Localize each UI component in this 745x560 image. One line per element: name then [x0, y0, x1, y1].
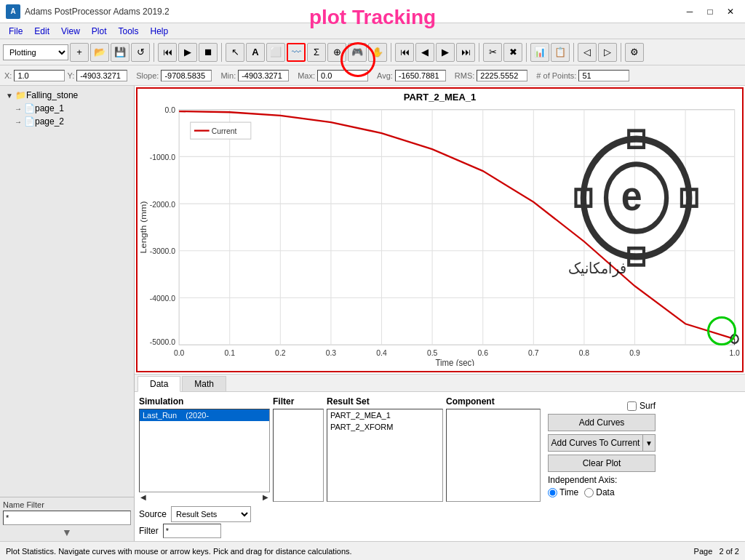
delete-button[interactable]: ✖	[503, 43, 522, 62]
svg-text:فرامکانیک: فرامکانیک	[568, 260, 626, 277]
svg-text:0.2: 0.2	[275, 348, 285, 358]
save-button[interactable]: 💾	[111, 43, 130, 62]
separator-4	[479, 43, 479, 62]
mode-select[interactable]: Plotting	[3, 44, 68, 60]
main-layout: ▼ 📁 Falling_stone → 📄 page_1 → 📄 page_2 …	[0, 86, 745, 541]
surf-checkbox[interactable]	[627, 401, 637, 411]
play-button[interactable]: ▶	[178, 43, 197, 62]
control-button[interactable]: 🎮	[348, 43, 367, 62]
source-label: Source	[139, 509, 167, 519]
source-select[interactable]: Result Sets	[171, 506, 251, 522]
add-curves-button[interactable]: Add Curves	[548, 414, 656, 431]
open-button[interactable]: 📂	[90, 43, 109, 62]
menu-file[interactable]: File	[3, 25, 28, 37]
select-button[interactable]: ↖	[226, 43, 244, 62]
menu-tools[interactable]: Tools	[113, 25, 145, 37]
left-button[interactable]: ◁	[578, 43, 597, 62]
tab-math[interactable]: Math	[182, 376, 226, 391]
text-button[interactable]: A	[246, 43, 265, 62]
settings-button[interactable]: ⚙	[625, 43, 644, 62]
result-set-list[interactable]: PART_2_MEA_1 PART_2_XFORM	[327, 409, 443, 502]
add-curves-dropdown-button[interactable]: ▼	[642, 434, 656, 452]
clear-plot-button[interactable]: Clear Plot	[548, 455, 656, 472]
axis-time-radio[interactable]	[548, 488, 557, 497]
page-icon-page2: 📄	[24, 116, 35, 127]
restore-button[interactable]: □	[701, 5, 719, 18]
menu-view[interactable]: View	[55, 25, 86, 37]
max-label: Max:	[298, 71, 315, 80]
cut-button[interactable]: ✂	[483, 43, 502, 62]
add-curves-to-current-button[interactable]: Add Curves To Current	[548, 434, 642, 452]
box-button[interactable]: ⬜	[266, 43, 285, 62]
tree-item-falling-stone[interactable]: ▼ 📁 Falling_stone	[3, 89, 131, 102]
page-icon-page1: 📄	[24, 103, 35, 113]
stop-button[interactable]: ⏹	[199, 43, 218, 62]
status-message: Plot Statistics. Navigate curves with mo…	[6, 547, 352, 556]
y-label: Y:	[67, 71, 74, 80]
filter-column: Filter	[273, 396, 324, 502]
prev-button[interactable]: ◀	[415, 43, 434, 62]
result-set-item-xform[interactable]: PART_2_XFORM	[327, 421, 442, 433]
chart-button[interactable]: 📊	[530, 43, 549, 62]
tree-label-page1: page_1	[35, 103, 64, 113]
separator-7	[621, 43, 621, 62]
buttons-panel: Surf Add Curves Add Curves To Current ▼ …	[543, 396, 660, 502]
svg-text:0.3: 0.3	[326, 348, 336, 358]
refresh-button[interactable]: ↺	[131, 43, 150, 62]
scroll-right-button[interactable]: ▶	[263, 493, 268, 501]
tab-data[interactable]: Data	[138, 376, 180, 392]
name-filter-area: Name Filter ▼	[0, 497, 134, 541]
component-list[interactable]	[446, 409, 541, 502]
sum-button[interactable]: Σ	[307, 43, 326, 62]
filter-list[interactable]	[273, 409, 324, 502]
bottom-area: Data Math Simulation Last_Run (2020- ◀ ▶	[135, 374, 745, 541]
next-next-button[interactable]: ⏭	[456, 43, 475, 62]
max-value: 0.0	[317, 70, 368, 81]
axis-time-option[interactable]: Time	[548, 487, 578, 497]
next-button[interactable]: ▶	[436, 43, 455, 62]
left-panel: ▼ 📁 Falling_stone → 📄 page_1 → 📄 page_2 …	[0, 86, 135, 541]
svg-text:Current: Current	[212, 127, 237, 136]
name-filter-input[interactable]	[3, 511, 131, 525]
hand-button[interactable]: ✋	[368, 43, 387, 62]
rms-label: RMS:	[455, 71, 475, 80]
slope-label: Slope:	[136, 71, 159, 80]
close-button[interactable]: ✕	[722, 5, 739, 18]
svg-text:0.7: 0.7	[528, 348, 538, 358]
axis-data-option[interactable]: Data	[584, 487, 614, 497]
svg-text:1.0: 1.0	[729, 348, 739, 358]
result-set-item-mea1[interactable]: PART_2_MEA_1	[327, 409, 442, 421]
simulation-list[interactable]: Last_Run (2020-	[139, 409, 270, 492]
component-label: Component	[446, 396, 541, 407]
target-button[interactable]: ⊕	[327, 43, 346, 62]
clipboard-button[interactable]: 📋	[551, 43, 570, 62]
right-button[interactable]: ▷	[598, 43, 617, 62]
first-button[interactable]: ⏮	[158, 43, 177, 62]
add-button[interactable]: +	[70, 43, 89, 62]
svg-text:0.5: 0.5	[427, 348, 437, 358]
menu-plot[interactable]: Plot	[86, 25, 113, 37]
scroll-left-button[interactable]: ◀	[140, 493, 146, 501]
independent-axis-label: Independent Axis:	[548, 475, 656, 485]
menu-help[interactable]: Help	[145, 25, 175, 37]
title-bar: A Adams PostProcessor Adams 2019.2 ─ □ ✕	[0, 0, 745, 23]
surf-label: Surf	[640, 401, 656, 411]
toggle-falling-stone[interactable]: ▼	[6, 92, 13, 100]
simulation-list-item-lastrun[interactable]: Last_Run (2020-	[140, 409, 269, 421]
menu-edit[interactable]: Edit	[28, 25, 55, 37]
curve-button[interactable]: 〰	[287, 43, 306, 62]
tree-item-page1[interactable]: → 📄 page_1	[3, 102, 131, 115]
plot-area: PART_2_MEA_1	[136, 87, 744, 372]
tree-item-page2[interactable]: → 📄 page_2	[3, 115, 131, 128]
toggle-page2[interactable]: →	[15, 118, 22, 126]
toggle-page1[interactable]: →	[15, 105, 22, 113]
simulation-label: Simulation	[139, 396, 270, 407]
result-set-column: Result Set PART_2_MEA_1 PART_2_XFORM	[327, 396, 443, 502]
right-content: PART_2_MEA_1	[135, 86, 745, 541]
prev-prev-button[interactable]: ⏮	[395, 43, 414, 62]
minimize-button[interactable]: ─	[681, 5, 698, 18]
axis-data-radio[interactable]	[584, 488, 594, 497]
axis-radio-group: Time Data	[548, 487, 656, 497]
filter-input[interactable]	[163, 524, 221, 538]
avg-group: Avg: -1650.7881	[377, 70, 446, 81]
